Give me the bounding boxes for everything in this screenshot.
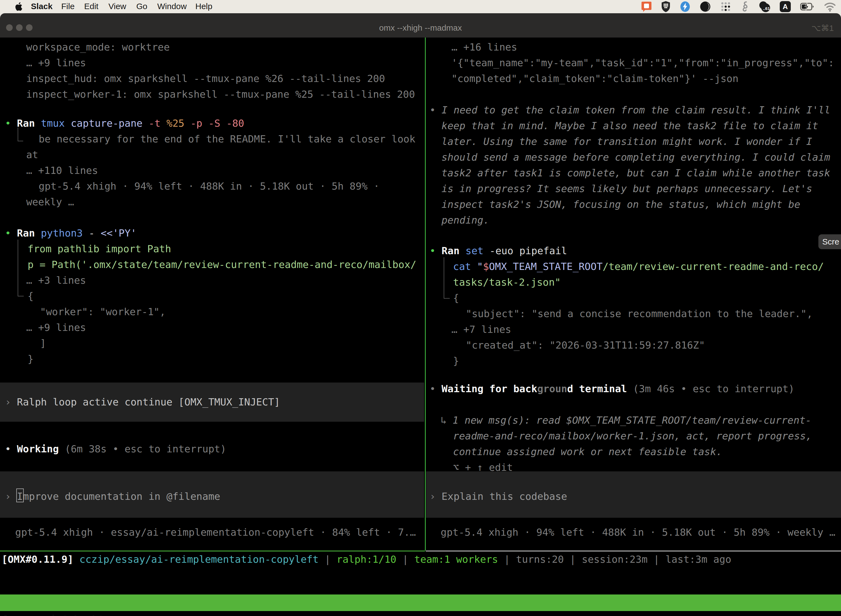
terminal-line: keep that in mind. Maybe I also need the…	[441, 118, 818, 133]
lightning-badge-icon[interactable]	[680, 1, 690, 12]
tmux-session-label: [omx-cczip0:bash*	[2, 611, 104, 616]
terminal-line: readme-and-reco/mailbox/worker-1.json, a…	[453, 428, 812, 444]
crescent-icon[interactable]	[700, 1, 711, 12]
terminal-line: inspect_worker-1: omx sparkshell --tmux-…	[26, 87, 415, 102]
battery-percent-badge[interactable]: ..61	[758, 1, 771, 12]
terminal-line: '{"team_name":"my-team","task_id":"1","f…	[451, 55, 834, 70]
status-segment: cczip/essay/ai-reimplementation-copyleft	[79, 554, 325, 565]
menu-item-help[interactable]: Help	[195, 1, 212, 11]
terminal-line: weekly …	[26, 194, 74, 210]
terminal-line: p = Path('.omx/state/team/review-current…	[28, 257, 416, 273]
menu-item-window[interactable]: Window	[157, 1, 187, 11]
terminal-line: … +110 lines	[26, 163, 98, 178]
terminal-line: "worker": "worker-1",	[40, 304, 166, 320]
terminal-line: "completed","claim_token":"claim-token"}…	[451, 70, 738, 87]
terminal-line: inspect task2's JSON, focusing on the st…	[441, 197, 800, 212]
thread-icon[interactable]	[741, 1, 749, 12]
terminal-line: … +16 lines	[451, 39, 517, 55]
status-segment: |	[402, 554, 414, 565]
terminal-line: › Improve documentation in @filename	[5, 488, 220, 504]
battery-charging-icon[interactable]	[800, 1, 815, 12]
terminal-line: … +7 lines	[451, 321, 511, 337]
status-segment: |	[570, 554, 582, 565]
terminal-line: tasks/task-2.json"	[453, 274, 561, 290]
window-title: omx --xhigh --madmax	[0, 23, 841, 32]
chat-bubble-icon[interactable]	[641, 1, 652, 12]
menu-item-edit[interactable]: Edit	[84, 1, 98, 11]
status-segment: team:1 workers	[415, 554, 504, 565]
tmux-status-bar: [omx-cczip0:bash* "MacBook-Pro-44.local"…	[0, 594, 841, 611]
terminal-window[interactable]: workspace_mode: worktree… +9 linesinspec…	[0, 38, 841, 616]
terminal-line: }	[28, 351, 34, 367]
terminal-line: {	[28, 288, 34, 304]
status-segment: |	[653, 554, 665, 565]
terminal-line: gpt-5.4 xhigh · 94% left · 488K in · 5.1…	[39, 178, 379, 194]
terminal-line: pending.	[441, 212, 489, 228]
terminal-line: ↳ 1 new msg(s): read $OMX_TEAM_STATE_ROO…	[441, 412, 812, 428]
apple-menu-icon[interactable]	[14, 1, 23, 12]
terminal-line: continue assigned work or next feasible …	[453, 444, 722, 459]
terminal-line: › Ralph loop active continue [OMX_TMUX_I…	[5, 394, 280, 410]
status-segment: ralph:1/10	[337, 554, 402, 565]
screen-share-overlay[interactable]: Scre	[818, 234, 841, 249]
tmux-pane-divider[interactable]	[425, 38, 426, 551]
status-segment: |	[504, 554, 516, 565]
status-segment: session:23m	[582, 554, 653, 565]
dots-grid-icon[interactable]	[720, 1, 731, 12]
connector-line	[18, 239, 24, 296]
terminal-line: • Ran set -euo pipefail	[429, 243, 567, 259]
wifi-icon[interactable]	[824, 1, 836, 12]
terminal-line: gpt-5.4 xhigh · 94% left · 488K in · 5.1…	[441, 524, 835, 540]
menu-app-name[interactable]: Slack	[31, 1, 53, 11]
menu-item-file[interactable]: File	[61, 1, 75, 11]
terminal-line: should send a message before completing …	[441, 149, 830, 165]
connector-line	[444, 257, 450, 299]
terminal-line: from pathlib import Path	[28, 241, 171, 257]
status-segment: |	[324, 554, 336, 565]
terminal-line: }	[453, 353, 459, 369]
shield-icon[interactable]	[661, 1, 671, 12]
terminal-line: "subject": "send a concise recommendatio…	[466, 306, 813, 321]
terminal-line: ]	[40, 335, 46, 351]
terminal-line: at	[26, 147, 38, 163]
terminal-line: cat "$OMX_TEAM_STATE_ROOT/team/review-cu…	[453, 259, 824, 274]
terminal-line: ⌥ + ↑ edit	[453, 459, 513, 475]
terminal-line: • I need to get the claim token from the…	[429, 102, 830, 118]
terminal-line: … +3 lines	[26, 273, 86, 288]
status-segment: turns:20	[516, 554, 570, 565]
terminal-line: gpt-5.4 xhigh · essay/ai-reimplementatio…	[15, 524, 416, 540]
input-source-letter: A	[783, 3, 788, 11]
terminal-line: later. Using the same for transition mig…	[441, 133, 812, 149]
terminal-line: • Ran tmux capture-pane -t %25 -p -S -80	[5, 115, 244, 131]
window-shortcut-badge: ⌥⌘1	[812, 23, 834, 33]
terminal-line: • Ran python3 - <<'PY'	[5, 225, 136, 241]
terminal-line: › Explain this codebase	[429, 488, 567, 504]
terminal-line: … +9 lines	[26, 55, 86, 70]
status-segment: last:3m ago	[665, 554, 731, 565]
status-segment: [OMX#0.11.9]	[1, 554, 79, 565]
terminal-line: be necessary for the end of the README. …	[39, 131, 415, 147]
menu-item-go[interactable]: Go	[136, 1, 147, 11]
terminal-line: inspect_hud: omx sparkshell --tmux-pane …	[26, 70, 385, 87]
terminal-line: … +9 lines	[26, 320, 86, 335]
terminal-line: is in progress? It seems likely but perh…	[441, 181, 812, 197]
menu-item-view[interactable]: View	[108, 1, 126, 11]
menu-bar-status-icons: ..61 A	[641, 0, 836, 13]
omx-status-line: [OMX#0.11.9] cczip/essay/ai-reimplementa…	[1, 551, 731, 567]
battery-percent-text: ..61	[763, 6, 770, 11]
terminal-line: workspace_mode: worktree	[26, 39, 170, 55]
terminal-line: • Waiting for background terminal (3m 46…	[429, 381, 794, 397]
terminal-line: task2 after task1 is complete, but can I…	[441, 165, 830, 181]
terminal-line: • Working (6m 38s • esc to interrupt)	[5, 441, 226, 457]
input-source-a-badge[interactable]: A	[780, 1, 791, 12]
terminal-line: "created_at": "2026-03-31T11:59:27.816Z"	[466, 337, 705, 353]
terminal-line: {	[453, 290, 459, 306]
macos-menu-bar: Slack File Edit View Go Window Help ..61…	[0, 0, 841, 13]
